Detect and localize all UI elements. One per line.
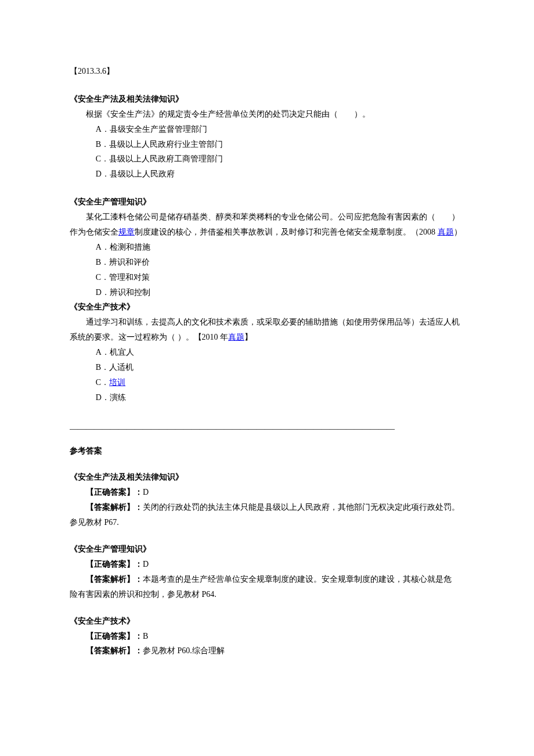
q2-stem-part-c: ） [454, 228, 462, 236]
a2-title: 《安全生产管理知识》 [70, 542, 464, 557]
answer-block-3: 《安全生产技术》 【正确答案】：B 【答案解析】：参见教材 P60.综合理解 [70, 614, 464, 659]
q3-option-c-prefix: C． [96, 378, 109, 387]
a1-analysis-label: 【答案解析】： [86, 503, 143, 512]
document-page: 【2013.3.6】 《安全生产法及相关法律知识》 根据《安全生产法》的规定责令… [0, 0, 534, 705]
q2-stem-part-b: 制度建设的核心，并借鉴相关事故教训，及时修订和完善仓储安全规章制度。（2008 [135, 228, 438, 236]
a2-correct-value: D [143, 560, 149, 568]
q3-stem: 通过学习和训练，去提高人的文化和技术素质，或采取必要的辅助措施（如使用劳保用品等… [70, 315, 464, 345]
a1-title: 《安全生产法及相关法律知识》 [70, 470, 464, 485]
a2-analysis-label: 【答案解析】： [86, 575, 143, 584]
q1-option-b: B．县级以上人民政府行业主管部门 [70, 137, 464, 152]
divider-line: ———————————————————————————————————————— [70, 422, 464, 437]
q3-option-b: B．人适机 [70, 360, 464, 375]
a1-correct-value: D [143, 488, 149, 496]
a3-title: 《安全生产技术》 [70, 614, 464, 629]
q2-title: 《安全生产管理知识》 [70, 195, 464, 210]
q1-title: 《安全生产法及相关法律知识》 [70, 92, 464, 107]
q2-option-b: B．辨识和评价 [70, 255, 464, 270]
answer-block-2: 《安全生产管理知识》 【正确答案】：D 【答案解析】：本题考查的是生产经营单位安… [70, 542, 464, 602]
q3-stem-part-a: 通过学习和训练，去提高人的文化和技术素质，或采取必要的辅助措施（如使用劳保用品等… [70, 318, 460, 341]
q2-link-guizhang[interactable]: 规章 [118, 228, 135, 236]
q2-option-a: A．检测和措施 [70, 240, 464, 255]
a2-correct-label: 【正确答案】： [86, 560, 143, 568]
q1-stem: 根据《安全生产法》的规定责令生产经营单位关闭的处罚决定只能由（ ）。 [70, 107, 464, 122]
q2-link-zhenti[interactable]: 真题 [438, 228, 454, 236]
a3-correct-value: B [143, 632, 148, 640]
a1-correct-label: 【正确答案】： [86, 488, 143, 496]
q3-link-zhenti[interactable]: 真题 [228, 333, 244, 341]
a3-correct-label: 【正确答案】： [86, 632, 143, 640]
a3-analysis-text: 参见教材 P60.综合理解 [143, 646, 225, 655]
q3-option-c: C．培训 [70, 375, 464, 390]
q2-option-d: D．辨识和控制 [70, 285, 464, 300]
a3-correct: 【正确答案】：B [70, 629, 464, 644]
a2-correct: 【正确答案】：D [70, 557, 464, 572]
q1-option-d: D．县级以上人民政府 [70, 167, 464, 182]
q3-title: 《安全生产技术》 [70, 300, 464, 315]
a2-analysis-text-a: 本题考查的是生产经营单位安全规章制度的建设。安全规章制度的建设，其核心就是危 [143, 575, 452, 584]
a2-analysis-line1: 【答案解析】：本题考查的是生产经营单位安全规章制度的建设。安全规章制度的建设，其… [70, 572, 464, 587]
q3-option-a: A．机宜人 [70, 345, 464, 360]
a1-analysis-line2: 参见教材 P67. [70, 515, 464, 530]
q1-option-c: C．县级以上人民政府工商管理部门 [70, 152, 464, 167]
a3-analysis: 【答案解析】：参见教材 P60.综合理解 [70, 643, 464, 658]
a1-correct: 【正确答案】：D [70, 485, 464, 500]
a3-analysis-label: 【答案解析】： [86, 646, 143, 655]
answers-heading: 参考答案 [70, 444, 464, 459]
q3-option-c-link-peixun[interactable]: 培训 [109, 378, 125, 387]
a1-analysis-line1: 【答案解析】：关闭的行政处罚的执法主体只能是县级以上人民政府，其他部门无权决定此… [70, 500, 464, 515]
q3-stem-part-b: 】 [244, 333, 252, 341]
q2-option-c: C．管理和对策 [70, 270, 464, 285]
a1-analysis-text-a: 关闭的行政处罚的执法主体只能是县级以上人民政府，其他部门无权决定此项行政处罚。 [143, 503, 460, 512]
a2-analysis-line2: 险有害因素的辨识和控制，参见教材 P64. [70, 587, 464, 602]
q1-option-a: A．县级安全生产监督管理部门 [70, 122, 464, 137]
q3-option-d: D．演练 [70, 390, 464, 405]
answer-block-1: 《安全生产法及相关法律知识》 【正确答案】：D 【答案解析】：关闭的行政处罚的执… [70, 470, 464, 530]
date-tag: 【2013.3.6】 [70, 64, 464, 79]
q2-stem: 某化工漆料仓储公司是储存硝基类、醇类和苯类稀料的专业仓储公司。公司应把危险有害因… [70, 210, 464, 240]
